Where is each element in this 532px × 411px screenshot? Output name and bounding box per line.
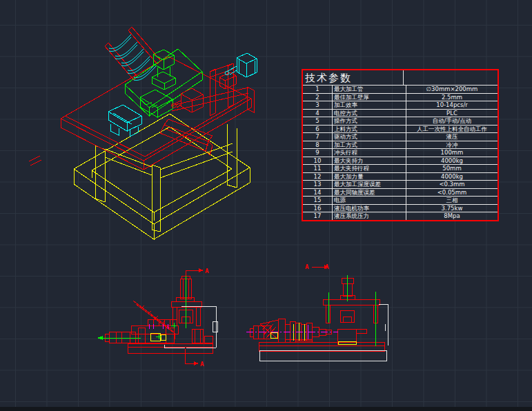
section-label-a-bottom: A: [200, 361, 204, 368]
cell-no: 11: [303, 165, 333, 173]
cell-name: 液压系统压力: [333, 212, 406, 220]
section-view-magenta: [246, 325, 338, 339]
cell-val: 4000kg: [406, 172, 498, 181]
cell-no: 9: [303, 149, 333, 157]
cad-canvas: A A A A 技术参数 1最大加工管∅30mm×200mm2最佳加工壁厚2.5…: [0, 0, 532, 411]
spec-table-header: 技术参数: [303, 70, 497, 86]
cell-val: 2.5mm: [406, 93, 498, 101]
table-row: 6上料方式人工一次性上料全自动工作: [303, 125, 497, 133]
table-row: 17液压系统压力8Mpa: [303, 212, 497, 220]
table-row: 3加工效率10-14pcs/r: [303, 101, 497, 110]
section-view-red: [250, 278, 384, 351]
cell-no: 13: [303, 181, 333, 189]
cell-no: 16: [303, 204, 333, 212]
cell-name: 上料方式: [333, 125, 406, 133]
cell-name: 电源: [333, 197, 406, 205]
cell-no: 12: [303, 172, 333, 181]
cell-name: 电控方式: [333, 109, 406, 117]
section-markers: A A A A: [185, 263, 329, 368]
table-row: 2最佳加工壁厚2.5mm: [303, 93, 497, 101]
cell-name: 最佳加工壁厚: [333, 93, 406, 101]
section-view-yellow: [270, 323, 356, 344]
cell-name: 驱动方式: [333, 133, 406, 141]
iso-base-frame[interactable]: [74, 114, 250, 239]
cell-val: 10-14pcs/r: [406, 101, 498, 110]
iso-feed-chute[interactable]: [105, 27, 161, 80]
cell-name: 最大夹持力: [333, 157, 406, 165]
cell-name: 最大加力量: [333, 172, 406, 181]
cell-name: 最大夹持行程: [333, 165, 406, 173]
table-row: 5操作方式自动/手动/点动: [303, 117, 497, 126]
section-direction-marker: A A: [305, 263, 329, 270]
cell-no: 5: [303, 117, 333, 126]
cell-val: 50mm: [406, 165, 498, 173]
cell-name: 最大加工深度误差: [333, 181, 406, 189]
cell-name: 冲头行程: [333, 149, 406, 157]
table-title-spacer: [403, 70, 497, 85]
front-view-red: [105, 276, 213, 353]
spec-table[interactable]: 技术参数 1最大加工管∅30mm×200mm2最佳加工壁厚2.5mm3加工效率1…: [302, 69, 499, 221]
cell-val: 8Mpa: [406, 212, 498, 220]
section-label-a-right: A: [325, 263, 329, 270]
cell-no: 10: [303, 157, 333, 165]
section-label-a-top: A: [205, 268, 209, 274]
table-row: 7驱动方式液压: [303, 133, 497, 141]
table-row: 13最大加工深度误差<0.3mm: [303, 181, 497, 189]
cell-val: 人工一次性上料全自动工作: [406, 125, 498, 133]
spec-table-grid: 1最大加工管∅30mm×200mm2最佳加工壁厚2.5mm3加工效率10-14p…: [303, 86, 497, 220]
cell-no: 6: [303, 125, 333, 133]
cell-name: 加工效率: [333, 101, 406, 110]
cell-no: 3: [303, 101, 333, 110]
cell-no: 17: [303, 212, 333, 220]
iso-left-bracket[interactable]: [108, 105, 141, 137]
cell-val: 100mm: [406, 149, 498, 157]
chute-steps: [109, 34, 156, 80]
iso-tabletop[interactable]: [29, 57, 251, 170]
section-view[interactable]: [246, 275, 388, 361]
cell-val: PLC: [406, 109, 498, 117]
cell-val: 自动/手动/点动: [406, 117, 498, 126]
canvas-edge: [0, 407, 532, 411]
section-marker-bottom: A: [185, 349, 204, 368]
cell-no: 15: [303, 197, 333, 205]
cell-no: 14: [303, 188, 333, 197]
iso-slide-rail[interactable]: [172, 87, 254, 112]
cell-val: 4000kg: [406, 157, 498, 165]
table-row: 14最大同轴度误差<0.05mm: [303, 188, 497, 197]
cell-val: 液压: [406, 133, 498, 141]
cell-val: 冷冲: [406, 141, 498, 149]
cell-val: <0.3mm: [406, 181, 498, 189]
table-row: 11最大夹持行程50mm: [303, 165, 497, 173]
table-row: 16液压电机功率3.75kw: [303, 204, 497, 212]
cell-no: 2: [303, 93, 333, 101]
cell-name: 液压电机功率: [333, 204, 406, 212]
section-marker-top: A: [186, 268, 209, 276]
table-row: 8加工方式冷冲: [303, 141, 497, 149]
cell-no: 4: [303, 109, 333, 117]
cell-val: <0.05mm: [406, 188, 498, 197]
cell-name: 操作方式: [333, 117, 406, 126]
front-view[interactable]: [97, 273, 217, 353]
table-row: 9冲头行程100mm: [303, 149, 497, 157]
cell-name: 加工方式: [333, 141, 406, 149]
cell-name: 最大加工管: [333, 86, 406, 93]
cell-no: 7: [303, 133, 333, 141]
table-row: 4电控方式PLC: [303, 109, 497, 117]
table-row: 12最大加力量4000kg: [303, 172, 497, 181]
iso-bracket-tower[interactable]: [210, 63, 236, 116]
cell-val: 三相: [406, 197, 498, 205]
iso-clamp[interactable]: [172, 88, 204, 112]
table-row: 10最大夹持力4000kg: [303, 157, 497, 165]
cell-val: 3.75kw: [406, 204, 498, 212]
cell-name: 最大同轴度误差: [333, 188, 406, 197]
table-row: 15电源三相: [303, 197, 497, 205]
table-title: 技术参数: [303, 70, 403, 85]
cell-no: 1: [303, 86, 333, 93]
table-row: 1最大加工管∅30mm×200mm: [303, 86, 497, 93]
cell-no: 8: [303, 141, 333, 149]
iso-view[interactable]: [29, 27, 257, 239]
section-view-white: [259, 304, 388, 361]
section-label-a-left: A: [305, 263, 309, 270]
cell-val: ∅30mm×200mm: [406, 86, 498, 93]
